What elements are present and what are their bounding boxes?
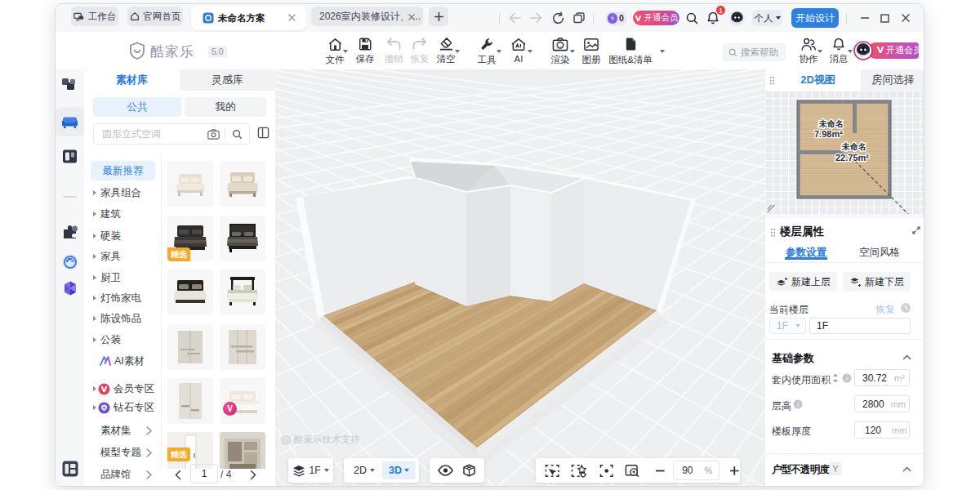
svg-text:未命名: 未命名 [841,142,866,151]
svg-text:22.75m²: 22.75m² [835,153,869,163]
svg-text:未命名: 未命名 [818,119,844,128]
svg-text:i: i [846,375,848,382]
svg-text:i: i [797,401,799,408]
svg-text:7.98m²: 7.98m² [814,129,843,139]
